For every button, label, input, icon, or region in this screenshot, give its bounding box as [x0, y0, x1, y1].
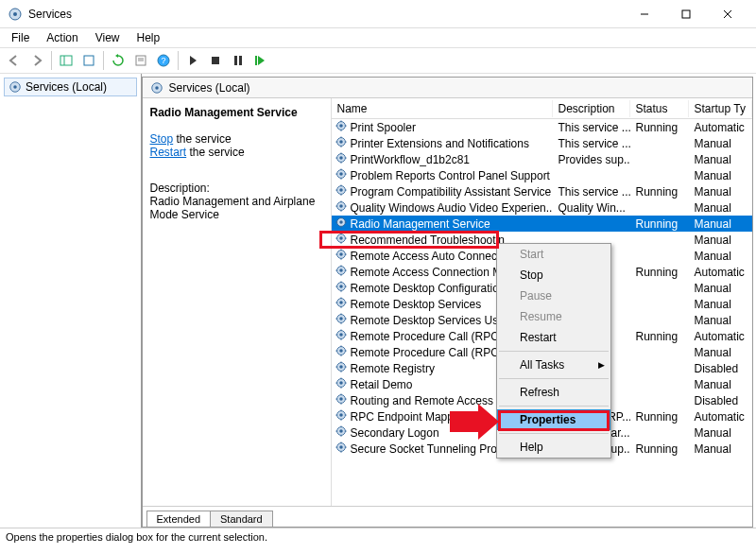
gear-icon: [335, 328, 348, 344]
annotation-arrow: [450, 404, 499, 440]
start-service-button[interactable]: [182, 50, 203, 71]
service-row[interactable]: PrintWorkflow_d1b2c81Provides sup...Manu…: [332, 151, 752, 167]
ctx-separator: [499, 406, 609, 407]
back-button[interactable]: [4, 50, 25, 71]
export-list-button[interactable]: [78, 50, 99, 71]
gear-icon: [335, 424, 348, 441]
ctx-help[interactable]: Help: [497, 437, 610, 458]
close-button[interactable]: [707, 0, 748, 27]
service-startup: Manual: [689, 346, 752, 359]
service-name: Quality Windows Audio Video Experien...: [351, 201, 553, 215]
service-startup: Manual: [689, 201, 752, 215]
forward-button[interactable]: [26, 50, 47, 71]
stop-service-link[interactable]: Stop: [150, 132, 174, 146]
ctx-all-tasks[interactable]: All Tasks▶: [497, 355, 610, 375]
service-status: Running: [630, 185, 689, 199]
service-status: Running: [630, 442, 689, 456]
service-name: Remote Desktop Services User: [351, 314, 508, 327]
menu-action[interactable]: Action: [39, 29, 85, 46]
tab-extended[interactable]: Extended: [146, 511, 211, 527]
menu-help[interactable]: Help: [129, 29, 168, 46]
service-startup: Manual: [689, 153, 752, 166]
menu-file[interactable]: File: [4, 29, 37, 46]
ctx-start[interactable]: Start: [497, 244, 610, 265]
gear-icon: [335, 408, 348, 424]
gear-icon: [335, 135, 348, 151]
service-status: Running: [630, 121, 689, 134]
service-startup: Automatic: [689, 330, 752, 343]
menu-view[interactable]: View: [88, 29, 128, 46]
service-desc: This service ...: [553, 137, 630, 150]
service-name: Problem Reports Control Panel Support: [351, 169, 550, 182]
menu-bar: File Action View Help: [0, 28, 756, 47]
service-name: Remote Access Connection Ma: [351, 266, 508, 279]
service-row[interactable]: Program Compatibility Assistant ServiceT…: [332, 183, 752, 199]
svg-rect-14: [212, 57, 219, 64]
service-name: Program Compatibility Assistant Service: [351, 185, 552, 199]
ctx-stop[interactable]: Stop: [497, 265, 610, 286]
svg-point-35: [339, 220, 343, 224]
ctx-refresh[interactable]: Refresh: [497, 382, 610, 403]
tree-item-services-local[interactable]: Services (Local): [4, 78, 137, 96]
show-hide-tree-button[interactable]: [56, 50, 77, 71]
gear-icon: [335, 232, 348, 248]
gear-icon: [335, 312, 348, 328]
service-status: Running: [630, 330, 689, 343]
gear-icon: [335, 216, 348, 232]
properties-toolbar-button[interactable]: [130, 50, 151, 71]
service-startup: Automatic: [689, 121, 752, 134]
service-row[interactable]: Printer Extensions and NotificationsThis…: [332, 135, 752, 151]
service-desc: Quality Win...: [553, 201, 630, 215]
svg-rect-3: [682, 10, 690, 18]
column-headers: Name Description Status Startup Ty: [332, 98, 752, 119]
ctx-properties[interactable]: Properties: [497, 409, 610, 430]
ctx-resume[interactable]: Resume: [497, 306, 610, 327]
view-tabs: Extended Standard: [143, 506, 752, 527]
refresh-button[interactable]: [108, 50, 129, 71]
svg-point-37: [339, 236, 343, 240]
help-toolbar-button[interactable]: ?: [153, 50, 174, 71]
content-header: Services (Local): [143, 78, 752, 98]
description-text: Radio Management and Airplane Mode Servi…: [150, 195, 323, 221]
col-header-startup[interactable]: Startup Ty: [689, 100, 752, 117]
svg-rect-15: [234, 56, 237, 65]
status-bar: Opens the properties dialog box for the …: [0, 528, 756, 548]
service-name: PrintWorkflow_d1b2c81: [351, 153, 471, 166]
stop-service-button[interactable]: [205, 50, 226, 71]
service-name: Printer Extensions and Notifications: [351, 137, 529, 150]
service-desc: Provides sup...: [553, 153, 630, 166]
svg-point-53: [339, 365, 343, 369]
stop-service-link-line: Stop the service: [150, 132, 323, 146]
service-startup: Manual: [689, 426, 752, 440]
service-startup: Disabled: [689, 394, 752, 407]
service-name: Radio Management Service: [351, 217, 490, 231]
context-menu: Start Stop Pause Resume Restart All Task…: [496, 243, 611, 459]
pause-service-button[interactable]: [228, 50, 249, 71]
tab-standard[interactable]: Standard: [210, 511, 273, 527]
restart-service-link[interactable]: Restart: [150, 146, 187, 159]
service-startup: Manual: [689, 378, 752, 391]
gear-icon: [335, 441, 348, 457]
col-header-status[interactable]: Status: [630, 100, 689, 117]
chevron-right-icon: ▶: [598, 360, 605, 370]
service-name: RPC Endpoint Mapper: [351, 410, 464, 424]
svg-point-57: [339, 397, 343, 401]
service-row[interactable]: Problem Reports Control Panel SupportMan…: [332, 167, 752, 183]
service-row[interactable]: Quality Windows Audio Video Experien...Q…: [332, 199, 752, 216]
service-startup: Manual: [689, 250, 752, 263]
service-row[interactable]: Print SpoolerThis service ...RunningAuto…: [332, 119, 752, 135]
restart-service-button[interactable]: [250, 50, 271, 71]
service-desc: This service ...: [553, 185, 630, 199]
service-startup: Manual: [689, 298, 752, 311]
ctx-restart[interactable]: Restart: [497, 327, 610, 348]
minimize-button[interactable]: [624, 0, 665, 27]
service-row[interactable]: Radio Management ServiceRunningManual: [332, 216, 752, 232]
ctx-pause[interactable]: Pause: [497, 286, 610, 306]
col-header-description[interactable]: Description: [553, 100, 630, 117]
svg-point-25: [339, 140, 343, 144]
content-header-title: Services (Local): [169, 81, 250, 95]
window-title: Services: [28, 8, 624, 21]
col-header-name[interactable]: Name: [332, 100, 553, 117]
maximize-button[interactable]: [665, 0, 707, 27]
svg-point-21: [155, 86, 159, 90]
